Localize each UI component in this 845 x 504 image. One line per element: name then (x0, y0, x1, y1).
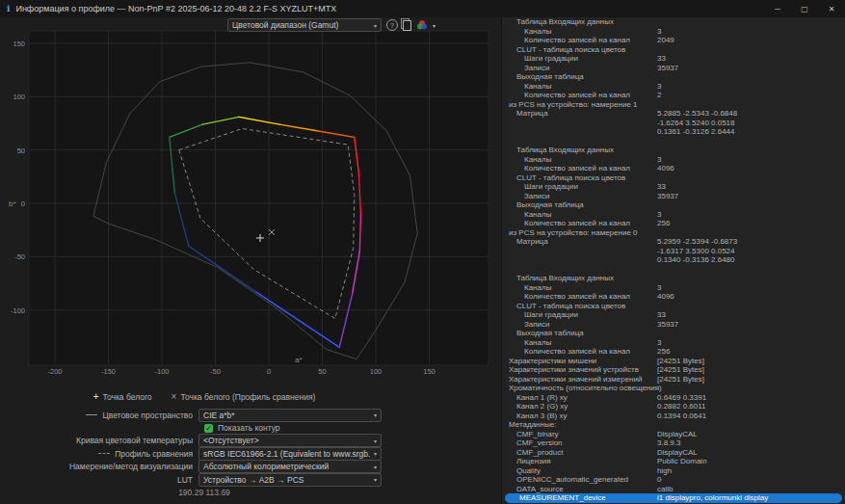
property-list: Таблица Входящих данныхКаналы3Количество… (502, 17, 845, 504)
property-row[interactable]: Канал 2 (G) xy0.2882 0.6011 (502, 402, 845, 411)
minimize-button[interactable]: ─ (764, 0, 791, 17)
property-row[interactable]: Метаданные: (502, 420, 845, 430)
help-glyph: ? (386, 19, 398, 31)
property-row[interactable]: Характеристики значений устройств[24251 … (502, 365, 845, 375)
maximize-button[interactable]: ▢ (791, 0, 818, 17)
property-row[interactable]: Шаги градации33 (502, 54, 845, 64)
gamut-chart[interactable]: -200-150-100-50050100150-100-50050100150… (0, 29, 501, 384)
svg-text:100: 100 (13, 93, 25, 101)
profile-properties-pane[interactable]: Таблица Входящих данныхКаналы3Количество… (501, 17, 845, 504)
property-label: CLUT - таблица поиска цветов (502, 302, 625, 311)
property-row[interactable]: Количество записей на канал256 (502, 219, 845, 228)
property-row[interactable]: 0.1340 -0.3136 2.6480 (502, 255, 845, 265)
property-value: 33 (657, 310, 666, 320)
show-outline-checkbox[interactable]: ✓ (204, 424, 213, 433)
property-row[interactable]: 0.1361 -0.3126 2.6444 (502, 127, 845, 137)
copy-icon[interactable] (403, 20, 411, 31)
help-icon[interactable]: ? (386, 19, 398, 31)
plus-marker-icon: + (93, 393, 99, 401)
lut-label: LUT (177, 475, 193, 485)
property-label: Количество записей на канал (502, 164, 630, 173)
property-row[interactable]: Каналы3 (502, 338, 845, 348)
temperature-curve-select[interactable]: <Отсутствует> ▾ (198, 434, 382, 447)
comparison-profile-value: sRGB IEC61966-2.1 (Equivalent to www.srg… (203, 449, 370, 459)
property-value: Public Domain (657, 457, 707, 466)
property-row[interactable]: Шаги градации33 (502, 310, 845, 320)
property-row[interactable]: Матрица5.2959 -2.5394 -0.6873 (502, 237, 845, 247)
property-row[interactable]: Хроматичность (относительно освещения) (502, 384, 845, 393)
property-value: 256 (657, 347, 670, 357)
property-label: Хроматичность (относительно освещения) (502, 384, 662, 393)
property-label: CLUT - таблица поиска цветов (502, 45, 625, 55)
profile-colors-icon[interactable] (416, 19, 428, 31)
property-row[interactable]: Каналы3 (502, 82, 845, 92)
gamut-view-select[interactable]: Цветовой диапазон (Gamut) ▾ (227, 18, 382, 32)
property-label: Характеристики значений измерений (502, 375, 642, 385)
property-row[interactable]: OPENICC_automatic_generated0 (502, 475, 845, 485)
lut-select[interactable]: Устройство → A2B → PCS ▾ (198, 473, 382, 487)
property-value: 33 (657, 54, 666, 64)
property-value: 3 (657, 283, 661, 293)
property-row[interactable]: Qualityhigh (502, 466, 845, 476)
property-row[interactable]: -1.6264 3.5240 0.0518 (502, 119, 845, 128)
property-row[interactable]: CMF_version3.8.9.3 (502, 438, 845, 448)
property-row[interactable]: Шаги градации33 (502, 182, 845, 192)
checkmark-icon: ✓ (205, 424, 212, 433)
property-row[interactable]: CLUT - таблица поиска цветов (502, 302, 845, 311)
property-row[interactable]: CMF_productDisplayCAL (502, 448, 845, 458)
property-row[interactable]: Количество записей на канал2 (502, 91, 845, 100)
titlebar: ℹ Информация о профиле — Non-PnP #2 2025… (0, 0, 845, 17)
property-row[interactable]: Характеристики значений измерений[24251 … (502, 375, 845, 385)
property-row[interactable]: MEASUREMENT_devicei1 displaypro, colormu… (505, 493, 842, 503)
property-label: Матрица (502, 237, 548, 247)
property-row[interactable]: Характеристики мишени[24251 Bytes] (502, 357, 845, 366)
svg-text:-200: -200 (47, 367, 62, 376)
property-row[interactable]: Каналы3 (502, 210, 845, 220)
property-row[interactable]: Таблица Входящих данных (502, 146, 845, 155)
rendering-intent-value: Абсолютный колориметрический (203, 462, 370, 471)
property-row[interactable]: Каналы3 (502, 27, 845, 37)
property-value: 35937 (657, 192, 678, 201)
colorspace-select[interactable]: CIE a*b* ▾ (198, 409, 382, 422)
property-label: MEASUREMENT_device (505, 493, 606, 503)
property-value: 3 (657, 338, 661, 348)
property-row[interactable]: Таблица Входящих данных (502, 274, 845, 283)
property-row[interactable]: из PCS на устройство: намерение 0 (502, 228, 845, 238)
property-row[interactable]: -1.6317 3.5300 0.0524 (502, 247, 845, 256)
property-value: -1.6264 3.5240 0.0518 (657, 119, 735, 128)
property-row[interactable]: Количество записей на канал2049 (502, 36, 845, 45)
property-row[interactable]: Количество записей на канал256 (502, 347, 845, 357)
property-row[interactable]: Выходная таблица (502, 200, 845, 210)
property-label: Таблица Входящих данных (502, 274, 614, 283)
property-row[interactable]: Канал 3 (B) xy0.1394 0.0641 (502, 411, 845, 421)
temperature-curve-label-wrap: Кривая цветовой температуры (0, 436, 198, 445)
toolbar-chevron-down-icon[interactable]: ▾ (433, 22, 436, 29)
property-row[interactable]: Матрица5.2885 -2.5343 -0.6848 (502, 109, 845, 119)
close-button[interactable]: ✕ (818, 0, 845, 17)
property-row[interactable]: CLUT - таблица поиска цветов (502, 173, 845, 183)
property-row[interactable]: ЛицензияPublic Domain (502, 457, 845, 466)
property-row[interactable]: DATA_sourcecalib (502, 485, 845, 494)
property-row[interactable]: Количество записей на канал4096 (502, 292, 845, 302)
property-label: Каналы (502, 27, 551, 37)
comparison-profile-select[interactable]: sRGB IEC61966-2.1 (Equivalent to www.srg… (198, 447, 382, 461)
property-row[interactable]: Каналы3 (502, 155, 845, 165)
property-row[interactable]: Записи35937 (502, 192, 845, 201)
property-row[interactable]: из PCS на устройство: намерение 1 (502, 100, 845, 110)
lut-value: Устройство → A2B → PCS (203, 475, 370, 485)
property-value: 35937 (657, 320, 678, 330)
rendering-intent-select[interactable]: Абсолютный колориметрический ▾ (198, 460, 382, 473)
property-row[interactable]: Количество записей на канал4096 (502, 164, 845, 173)
property-row[interactable]: Каналы3 (502, 283, 845, 293)
property-row[interactable]: Выходная таблица (502, 329, 845, 338)
property-row[interactable]: Записи35937 (502, 320, 845, 330)
window-controls: ─ ▢ ✕ (764, 0, 845, 17)
svg-text:-50: -50 (210, 367, 221, 376)
property-row[interactable]: Выходная таблица (502, 72, 845, 82)
property-row[interactable]: CLUT - таблица поиска цветов (502, 45, 845, 55)
property-row[interactable]: CMF_binaryDisplayCAL (502, 430, 845, 439)
property-row[interactable]: Записи35937 (502, 64, 845, 73)
property-label: Таблица Входящих данных (502, 146, 614, 155)
property-row[interactable]: Таблица Входящих данных (502, 17, 845, 27)
property-row[interactable]: Канал 1 (R) xy0.6469 0.3391 (502, 393, 845, 403)
